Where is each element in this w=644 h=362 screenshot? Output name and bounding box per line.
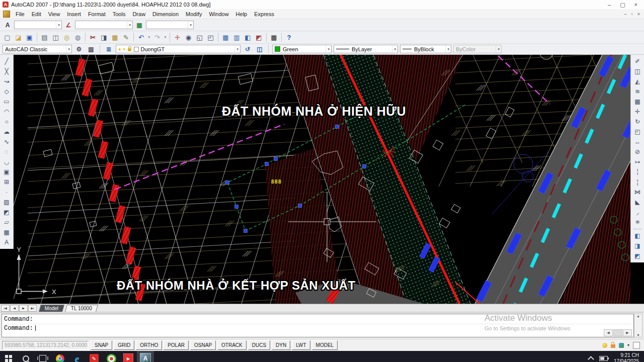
lineweight-combo[interactable]: ByBlock ▾ [400,45,451,53]
rectangle-button[interactable]: ▭ [1,97,12,107]
join-button[interactable]: ⋈ [632,187,643,197]
toggle-osnap[interactable]: OSNAP [190,340,216,350]
move-button[interactable]: ✛ [632,107,643,117]
grip-point[interactable] [274,157,278,161]
grip-point[interactable] [244,229,248,233]
child-restore-button[interactable]: ▫ [631,12,633,17]
command-prompt-line[interactable]: Command: [4,324,631,333]
revision-cloud-button[interactable]: ☁ [1,127,12,137]
grip-point[interactable] [298,204,302,208]
menu-express[interactable]: Express [251,10,278,18]
tab-nav-button-3[interactable]: ▶| [28,305,37,312]
status-tray-icon[interactable] [619,343,624,348]
dimension-style-combo[interactable]: ▾ [75,21,133,29]
minimize-button[interactable]: – [608,2,611,8]
grip-point[interactable] [336,125,339,129]
toggle-ortho[interactable]: ORTHO [136,340,162,350]
table-style-icon[interactable]: ▦ [134,21,144,30]
taskbar-clock[interactable]: 9:21 CH 17/04/2025 [614,352,639,362]
mirror-button[interactable]: ◭ [632,76,643,86]
taskbar-red-app[interactable]: ✎ [86,351,103,362]
taskbar-start[interactable] [0,351,17,362]
menu-modify[interactable]: Modify [182,10,205,18]
layer-unlock-icon[interactable] [128,48,131,51]
menu-edit[interactable]: Edit [28,10,45,18]
workspace-save-icon[interactable]: ▧ [86,45,96,54]
layer-combo[interactable]: ● ☀ DuongGT ▾ [116,45,240,53]
match-properties-button[interactable]: ✎ [121,32,131,42]
menu-file[interactable]: File [12,10,28,18]
text-style-combo[interactable]: ▾ [14,21,62,29]
break-at-point-button[interactable]: ╎ [632,167,643,177]
plot-button[interactable]: ▤ [39,32,50,42]
maximize-button[interactable]: ▢ [620,2,625,8]
grip-point[interactable] [235,205,238,209]
scroll-thumb[interactable] [613,329,622,336]
make-block-button[interactable]: ⊞ [1,177,12,187]
redo-dropdown-icon[interactable]: ▾ [163,32,168,42]
multiline-text-button[interactable]: A [1,237,12,247]
toggle-grid[interactable]: GRID [114,340,134,350]
status-menu-arrow-icon[interactable]: ▾ [627,343,629,347]
layer-previous-icon[interactable]: ↺ [243,45,253,54]
ellipse-button[interactable]: ◌ [1,147,12,157]
explode-button[interactable]: ✳ [632,217,643,227]
line-button[interactable]: ╱ [1,56,12,66]
quickcalc-button[interactable]: ▦ [269,32,279,42]
grip-point[interactable] [363,165,366,168]
taskbar-task-view[interactable] [34,351,51,362]
taskbar-search[interactable] [17,351,34,362]
toolbar-lock-icon[interactable] [611,344,615,348]
chevron-down-icon[interactable]: ▾ [56,21,61,29]
rotate-button[interactable]: ↻ [632,117,643,127]
drawing-viewport[interactable]: ĐẤT NHÓM NHÀ Ở HIỆN HỮU ĐẤT NHÓM NHÀ Ở K… [14,55,630,304]
tab-tl-10000[interactable]: TL 10000 [65,305,98,312]
offset-button[interactable]: ≋ [632,86,643,97]
dimension-style-icon[interactable]: ∠ [63,21,73,30]
chevron-down-icon[interactable]: ▾ [234,45,240,53]
cut-button[interactable]: ✂ [88,32,98,42]
color-combo[interactable]: Green ▾ [272,45,332,53]
zoom-previous-button[interactable]: ◰ [205,32,216,42]
fillet-button[interactable]: ◞ [632,207,643,217]
ellipse-arc-button[interactable]: ◡ [1,157,12,167]
taskbar-chrome[interactable] [51,351,68,362]
menu-insert[interactable]: Insert [63,10,85,18]
stretch-button[interactable]: ↔ [632,137,643,147]
save-button[interactable]: ▣ [24,32,35,42]
toggle-dyn[interactable]: DYN [272,340,290,350]
extend-button[interactable]: ↦ [632,157,643,167]
menu-view[interactable]: View [45,10,64,18]
chevron-down-icon[interactable]: ▾ [66,45,71,53]
chevron-down-icon[interactable]: ▾ [127,21,132,29]
workspace-settings-icon[interactable]: ⚙ [74,45,84,54]
new-file-button[interactable]: ▢ [2,32,13,42]
taskbar-internet-explorer[interactable]: e [68,351,86,362]
polyline-button[interactable]: ↝ [1,76,12,86]
tab-model[interactable]: Model [39,305,64,312]
command-input-area[interactable]: Command: Command: [2,314,634,337]
tool-palettes-button[interactable]: ▥ [231,32,242,42]
tab-nav-button-1[interactable]: ◀ [10,305,19,312]
toggle-snap[interactable]: SNAP [91,340,112,350]
web-publish-button[interactable]: ◍ [72,32,83,42]
scroll-right-icon[interactable]: ▶ [623,329,632,336]
spline-button[interactable]: ∿ [1,137,12,147]
paste-button[interactable]: ▦ [110,32,120,42]
copy-button[interactable]: ◨ [99,32,109,42]
open-folder-button[interactable]: ◪ [13,32,24,42]
scroll-left-icon[interactable]: ◀ [604,329,613,336]
child-close-button[interactable]: × [637,12,640,17]
trim-button[interactable]: ⊘ [632,147,643,157]
draw-order-front-button[interactable]: ◧ [632,231,643,241]
toggle-polar[interactable]: POLAR [164,340,189,350]
chamfer-button[interactable]: ◣ [632,197,643,207]
layer-thaw-icon[interactable]: ☀ [122,47,126,52]
region-button[interactable]: ▱ [1,217,12,227]
taskbar-autocad[interactable]: A [137,351,154,362]
menu-dimension[interactable]: Dimension [149,10,182,18]
markup-set-manager-button[interactable]: ◩ [254,32,264,42]
menu-help[interactable]: Help [232,10,251,18]
menu-format[interactable]: Format [85,10,109,18]
circle-button[interactable]: ○ [1,117,12,127]
